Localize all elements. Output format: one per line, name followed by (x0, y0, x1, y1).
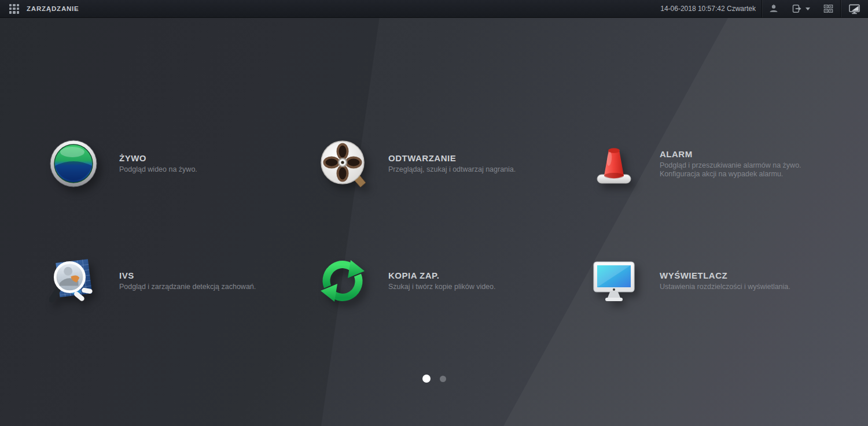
datetime-label: 14-06-2018 10:57:42 Czwartek (660, 5, 756, 13)
menu-item-backup[interactable]: KOPIA ZAP. Szukaj i twórz kopie plików v… (318, 254, 590, 308)
page-dot-2[interactable] (440, 376, 446, 382)
menu-item-desc: Podgląd i przeszukiwanie alarmów na żywo… (660, 161, 801, 170)
ivs-magnifier-icon (49, 257, 98, 305)
caret-down-icon (806, 8, 810, 10)
alarm-siren-icon (590, 139, 638, 188)
menu-item-title: WYŚWIETLACZ (660, 271, 790, 280)
screen-layout-icon (823, 3, 834, 14)
display-output-button[interactable] (841, 0, 868, 17)
menu-item-display[interactable]: WYŚWIETLACZ Ustawienia rozdzielczości i … (590, 254, 862, 308)
menu-item-title: ŻYWO (119, 153, 197, 163)
top-bar: ZARZĄDZANIE 14-06-2018 10:57:42 Czwartek (0, 0, 868, 18)
apps-grid-icon[interactable] (9, 4, 19, 14)
user-button[interactable] (762, 0, 785, 17)
pagination (0, 373, 868, 384)
backup-sync-icon (318, 257, 367, 305)
menu-item-title: IVS (119, 271, 256, 280)
display-monitor-icon (590, 257, 638, 305)
menu-item-alarm[interactable]: ALARM Podgląd i przeszukiwanie alarmów n… (590, 137, 862, 190)
menu-item-desc: Ustawienia rozdzielczości i wyświetlania… (660, 283, 790, 291)
logout-button[interactable] (785, 0, 816, 17)
page-dot-1[interactable] (422, 375, 431, 383)
logout-icon (792, 3, 803, 14)
page-title: ZARZĄDZANIE (27, 5, 79, 12)
menu-item-playback[interactable]: ODTWARZANIE Przeglądaj, szukaj i odtwarz… (318, 137, 590, 190)
menu-item-title: ODTWARZANIE (388, 153, 516, 163)
playback-reel-icon (318, 139, 367, 188)
menu-item-desc: Podgląd i zarządzanie detekcją zachowań. (119, 283, 256, 291)
screen-layout-button[interactable] (816, 0, 840, 17)
menu-item-title: ALARM (660, 149, 801, 159)
menu-item-ivs[interactable]: IVS Podgląd i zarządzanie detekcją zacho… (49, 254, 321, 308)
menu-item-live[interactable]: ŻYWO Podgląd wideo na żywo. (49, 137, 321, 190)
live-lens-icon (49, 139, 98, 188)
menu-item-desc: Szukaj i twórz kopie plików video. (388, 283, 496, 291)
menu-item-desc: Przeglądaj, szukaj i odtwarzaj nagrania. (388, 165, 516, 174)
user-icon (768, 3, 779, 14)
menu-item-desc: Konfiguracja akcji na wypadek alarmu. (660, 170, 801, 179)
display-output-icon (848, 3, 860, 14)
menu-item-title: KOPIA ZAP. (388, 271, 496, 280)
menu-item-desc: Podgląd wideo na żywo. (119, 165, 197, 174)
